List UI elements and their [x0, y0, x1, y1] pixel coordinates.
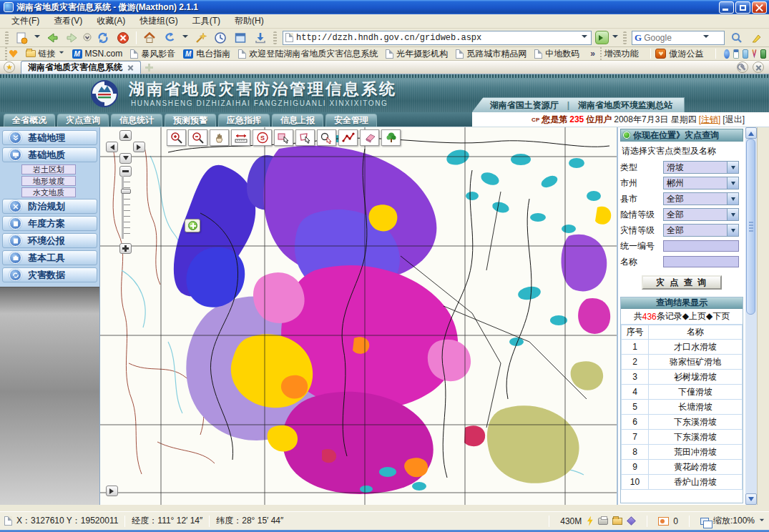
tab-disaster-query[interactable]: 灾点查询: [57, 114, 109, 127]
boost-button[interactable]: 增强功能: [604, 48, 638, 60]
link-item[interactable]: 觅路城市精品网: [456, 48, 526, 60]
chevron-down-icon[interactable]: [727, 225, 738, 236]
forward-icon[interactable]: [63, 30, 82, 46]
new-tab-dropdown[interactable]: [32, 31, 41, 45]
menu-favorites[interactable]: 收藏(A): [89, 14, 132, 29]
linksbar-grip[interactable]: [5, 47, 7, 60]
map-zoom-marker-icon[interactable]: [185, 219, 200, 232]
downloads-folder-icon[interactable]: [612, 518, 622, 525]
new-tab-icon[interactable]: [12, 30, 31, 46]
menu-groups[interactable]: 快捷组(G): [132, 14, 185, 29]
pan-left-button[interactable]: [106, 142, 118, 152]
table-row[interactable]: 2骆家恒矿滑地: [622, 355, 743, 370]
go-button[interactable]: [595, 31, 609, 44]
link-geo-monitoring[interactable]: 湖南省地质环境监测总站: [578, 99, 672, 112]
zoom-in-tool-icon[interactable]: [167, 129, 186, 146]
zoom-minus-button[interactable]: [119, 166, 132, 177]
undo-icon[interactable]: [160, 30, 179, 46]
disaster-level-select[interactable]: 全部: [663, 224, 739, 237]
window-split-icon[interactable]: [733, 49, 739, 59]
chevron-down-icon[interactable]: [727, 162, 738, 173]
frames-icon[interactable]: [231, 30, 250, 46]
sidebar-item-basic-geography[interactable]: 基础地理: [2, 130, 97, 145]
toolbar-grip[interactable]: [5, 31, 9, 44]
geological-map[interactable]: [100, 127, 617, 505]
pan-tool-icon[interactable]: [210, 129, 229, 146]
tab-emergency-command[interactable]: 应急指挥: [218, 114, 270, 127]
menu-view[interactable]: 查看(V): [46, 14, 89, 29]
plugins-grip[interactable]: [600, 47, 602, 60]
table-row[interactable]: 3衫树垅滑坡: [622, 370, 743, 385]
zoom-dropdown-icon[interactable]: [760, 518, 764, 523]
tab-security-mgmt[interactable]: 安全管理: [325, 114, 377, 127]
scale-tool-icon[interactable]: S: [253, 129, 272, 146]
chevron-down-icon[interactable]: [727, 193, 738, 205]
tab-close-icon[interactable]: [127, 64, 134, 71]
active-tab[interactable]: 湖南省地质灾害信息系统: [21, 61, 141, 74]
sidebar-sub-hydrogeology[interactable]: 水文地质: [21, 187, 76, 197]
map-viewport[interactable]: S: [100, 127, 617, 505]
link-item[interactable]: 光年摄影机构: [386, 48, 448, 60]
url-input[interactable]: [296, 33, 579, 43]
sidebar-item-prevention-planning[interactable]: 防治规划: [2, 199, 97, 214]
zoom-level[interactable]: 缩放:100%: [713, 515, 755, 527]
plugin-diamond-icon[interactable]: [627, 516, 636, 526]
select-circle-tool-icon[interactable]: [317, 129, 336, 146]
proxy-icon[interactable]: [724, 49, 729, 59]
scroll-down-button[interactable]: [745, 493, 757, 505]
prev-page-link[interactable]: ◆上页: [682, 310, 706, 322]
links-overflow[interactable]: »: [590, 49, 595, 59]
name-input[interactable]: [663, 256, 739, 267]
table-row[interactable]: 6下东溪滑坡: [622, 415, 743, 430]
select-rect-tool-icon[interactable]: [274, 129, 293, 146]
sidebar-item-disaster-data[interactable]: 灾害数据: [2, 267, 97, 282]
minimize-button[interactable]: [719, 1, 734, 14]
scroll-up-button[interactable]: [745, 127, 757, 139]
tab-info-report[interactable]: 信息上报: [272, 114, 323, 127]
table-row[interactable]: 4下僮滑坡: [622, 385, 743, 400]
tab-info-stats[interactable]: 信息统计: [111, 114, 162, 127]
sidebar-item-annual-plan[interactable]: 年度方案: [2, 216, 97, 231]
layers-tree-tool-icon[interactable]: [381, 129, 401, 146]
sidebar-sub-terrain-slope[interactable]: 地形坡度: [21, 176, 76, 186]
zoom-out-tool-icon[interactable]: [188, 129, 207, 146]
favorites-heart-icon[interactable]: [9, 50, 18, 58]
table-row[interactable]: 5长塘滑坡: [622, 400, 743, 415]
link-msn[interactable]: MMSN.com: [72, 49, 123, 59]
disaster-query-button[interactable]: 灾 点 查 询: [642, 275, 722, 290]
city-select[interactable]: 郴州: [663, 177, 739, 189]
pan-up-button[interactable]: [119, 130, 132, 141]
tab-province-overview[interactable]: 全省概况: [4, 114, 55, 127]
maxthon-v-icon[interactable]: [752, 49, 757, 59]
refresh-icon[interactable]: [94, 30, 112, 46]
pan-right-button[interactable]: [133, 142, 145, 152]
favorites-star-button[interactable]: [4, 61, 15, 73]
new-tab-plus-icon[interactable]: [145, 64, 153, 72]
boost-lightning-icon[interactable]: [586, 516, 594, 526]
charity-button[interactable]: 傲游公益: [655, 48, 703, 60]
map-next-arrow-button[interactable]: [106, 486, 118, 496]
pan-down-button[interactable]: [119, 153, 132, 164]
searchbar-grip[interactable]: [623, 31, 627, 44]
table-row[interactable]: 9黄花岭滑坡: [622, 460, 743, 475]
links-folder[interactable]: 链接: [26, 48, 64, 60]
addressbar-grip[interactable]: [273, 31, 277, 44]
history-clock-icon[interactable]: [211, 30, 230, 46]
restore-button[interactable]: [735, 1, 750, 14]
undo-dropdown[interactable]: [180, 31, 190, 45]
plugin-builder-icon[interactable]: [760, 49, 766, 59]
next-page-link[interactable]: ◆下页: [706, 310, 730, 322]
eraser-tool-icon[interactable]: [360, 129, 379, 146]
table-row[interactable]: 10香炉山滑坡: [622, 475, 743, 490]
go-dropdown[interactable]: [610, 31, 619, 45]
tab-close-all-button[interactable]: [753, 61, 764, 73]
menu-tools[interactable]: 工具(T): [185, 14, 227, 29]
tab-tools-button[interactable]: [737, 61, 748, 73]
window-resize-icon[interactable]: [700, 518, 709, 525]
zoom-slider[interactable]: [122, 176, 130, 239]
unified-id-input[interactable]: [663, 240, 739, 252]
highlight-icon[interactable]: [748, 30, 766, 46]
chevron-down-icon[interactable]: [727, 177, 738, 189]
logout-link[interactable]: [注销]: [699, 114, 721, 126]
select-polygon-tool-icon[interactable]: [295, 129, 315, 146]
